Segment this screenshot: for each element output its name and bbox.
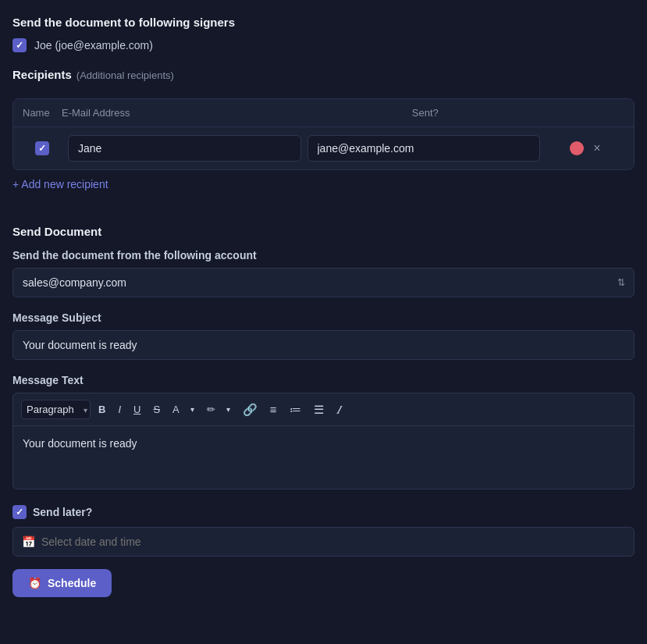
message-subject-input[interactable] xyxy=(12,330,635,360)
bold-button[interactable]: B xyxy=(94,401,110,418)
sent-cell: × xyxy=(546,141,624,155)
paragraph-select-wrapper: Paragraph xyxy=(21,400,91,419)
recipients-header: Recipients (Additional recipients) xyxy=(12,68,635,91)
send-later-checkbox[interactable] xyxy=(12,505,27,519)
col-name-header: Name xyxy=(23,107,62,119)
from-account-label: Send the document from the following acc… xyxy=(12,249,635,262)
message-text-section: Message Text Paragraph B I U S A ▾ ✏ xyxy=(12,374,635,489)
clock-icon: ⏰ xyxy=(28,577,41,589)
clear-format-button[interactable]: 𝐼 xyxy=(332,400,345,418)
recipient-name-input[interactable] xyxy=(68,135,301,162)
highlight-color-wrapper: ✏ ▾ xyxy=(202,401,235,418)
col-email-header: E-Mail Address xyxy=(62,107,304,119)
strikethrough-button[interactable]: S xyxy=(148,401,165,418)
send-later-section: Send later? 📅 ⏰ Schedule xyxy=(12,505,635,597)
table-header: Name E-Mail Address Sent? xyxy=(13,99,634,127)
highlight-button[interactable]: ✏ xyxy=(202,401,220,418)
align-button[interactable]: ≡ xyxy=(265,400,282,418)
signer-label: Joe (joe@example.com) xyxy=(34,39,153,52)
remove-recipient-button[interactable]: × xyxy=(593,142,600,155)
add-recipient-link[interactable]: + Add new recipient xyxy=(12,178,108,190)
col-sent-header: Sent? xyxy=(304,107,547,119)
send-document-section: Send Document Send the document from the… xyxy=(12,225,635,489)
bullet-list-button[interactable]: ≔ xyxy=(285,400,306,418)
send-document-title: Send Document xyxy=(12,225,635,238)
recipients-section: Recipients (Additional recipients) Name … xyxy=(12,68,635,209)
editor-content[interactable]: Your document is ready xyxy=(13,426,634,489)
ordered-list-button[interactable]: ☰ xyxy=(309,400,329,418)
recipients-table: Name E-Mail Address Sent? × xyxy=(12,98,635,170)
italic-button[interactable]: I xyxy=(113,401,126,418)
sent-status-dot xyxy=(570,141,584,155)
underline-button[interactable]: U xyxy=(129,401,145,418)
send-later-label: Send later? xyxy=(33,506,92,518)
editor-toolbar: Paragraph B I U S A ▾ ✏ ▾ 🔗 ≡ ≔ ☰ xyxy=(13,393,634,426)
recipients-title: Recipients xyxy=(12,68,72,81)
message-text-label: Message Text xyxy=(12,374,635,386)
text-color-wrapper: A ▾ xyxy=(168,401,199,418)
recipient-email-input[interactable] xyxy=(308,135,541,162)
date-input-wrapper: 📅 xyxy=(12,527,635,557)
from-account-wrapper: sales@company.com xyxy=(12,268,635,297)
editor-container: Paragraph B I U S A ▾ ✏ ▾ 🔗 ≡ ≔ ☰ xyxy=(12,393,635,489)
highlight-dropdown[interactable]: ▾ xyxy=(222,403,235,417)
message-subject-label: Message Subject xyxy=(12,311,635,324)
from-account-select[interactable]: sales@company.com xyxy=(12,268,635,297)
signer-row: Joe (joe@example.com) xyxy=(12,38,635,52)
date-input[interactable] xyxy=(12,527,635,557)
link-button[interactable]: 🔗 xyxy=(238,400,262,418)
send-later-row: Send later? xyxy=(12,505,635,519)
recipients-sub: (Additional recipients) xyxy=(76,69,174,81)
signers-title: Send the document to following signers xyxy=(12,16,635,29)
paragraph-select[interactable]: Paragraph xyxy=(21,400,91,419)
table-row: × xyxy=(13,127,634,169)
schedule-button-label: Schedule xyxy=(48,577,96,589)
signers-section: Send the document to following signers J… xyxy=(12,16,635,52)
signer-checkbox[interactable] xyxy=(12,38,27,52)
schedule-button[interactable]: ⏰ Schedule xyxy=(12,569,112,597)
recipient-checkbox[interactable] xyxy=(35,141,49,155)
text-color-dropdown[interactable]: ▾ xyxy=(186,403,199,417)
text-color-button[interactable]: A xyxy=(168,401,184,418)
